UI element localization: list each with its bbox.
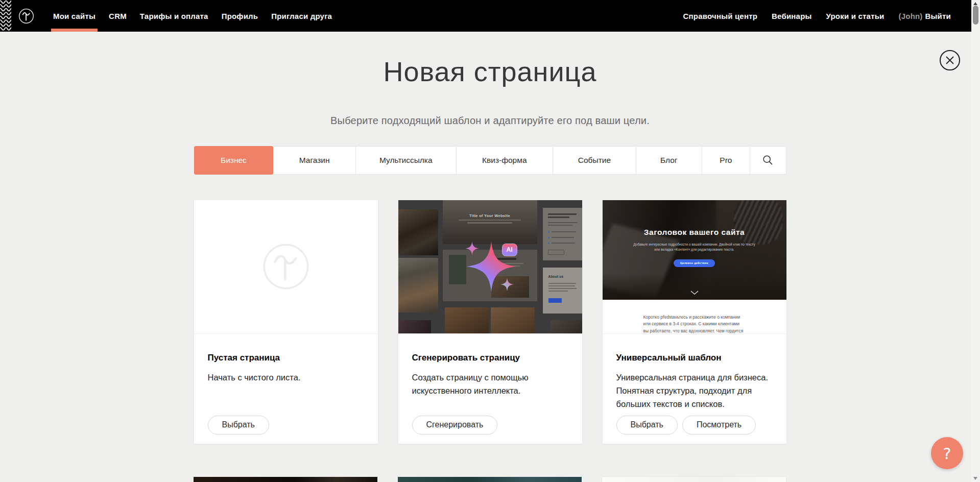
scroll-up-arrow-icon[interactable]	[973, 2, 977, 5]
nav-item-logout[interactable]: (John) Выйти	[892, 0, 958, 32]
text-line	[459, 220, 521, 221]
top-navbar: Мои сайты CRM Тарифы и оплата Профиль Пр…	[0, 0, 971, 32]
tab-blog[interactable]: Блог	[636, 146, 702, 175]
select-blank-button[interactable]: Выбрать	[208, 416, 269, 435]
page-title: Новая страница	[0, 55, 980, 88]
new-page-dialog: Новая страница Выберите подходящий шабло…	[0, 32, 980, 444]
card-body: Универсальный шаблон Универсальная стран…	[603, 334, 786, 443]
tab-store[interactable]: Магазин	[273, 146, 356, 175]
hero-cta-button: Целевое действие	[674, 259, 715, 267]
tab-multilink[interactable]: Мультиссылка	[355, 146, 456, 175]
card-title: Сгенерировать страницу	[412, 334, 568, 363]
card-body: Сгенерировать страницу Создать страницу …	[398, 334, 582, 443]
text-line	[548, 216, 569, 218]
template-card-blank[interactable]: Пустая страница Начать с чистого листа. …	[194, 200, 378, 444]
collage-photo-desk	[398, 209, 438, 255]
tab-label: Бизнес	[221, 156, 247, 165]
nav-item-my-sites[interactable]: Мои сайты	[46, 0, 102, 32]
view-universal-button[interactable]: Посмотреть	[682, 416, 756, 435]
hero-subtitle: Добавьте интересные подробности о вашей …	[631, 242, 758, 252]
text-line	[548, 225, 572, 226]
tilda-logo[interactable]	[18, 8, 34, 24]
tab-label: Pro	[720, 156, 732, 165]
next-template-preview[interactable]	[602, 477, 786, 482]
close-button[interactable]	[939, 50, 961, 71]
secondary-menu: Справочный центр Вебинары Уроки и статьи…	[676, 0, 971, 32]
collage-hero-tile: Title of Your Website	[443, 200, 537, 244]
nav-item-label: Уроки и статьи	[826, 12, 885, 20]
nav-item-help-center[interactable]: Справочный центр	[676, 0, 765, 32]
preview-text-section: Коротко představьтесь и расскажите о ком…	[603, 300, 786, 334]
next-template-preview[interactable]	[194, 477, 377, 482]
hero-content: Заголовок вашего сайта Добавьте интересн…	[603, 200, 786, 300]
sparkle-small-icon	[500, 278, 514, 291]
tab-quiz-form[interactable]: Квиз-форма	[456, 146, 554, 175]
close-icon	[939, 50, 961, 71]
scroll-down-arrow-icon[interactable]	[973, 477, 977, 480]
hero-title: Заголовок вашего сайта	[603, 228, 786, 237]
text-line	[552, 231, 576, 232]
card-actions: Выбрать Посмотреть	[616, 416, 756, 435]
tab-business[interactable]: Бизнес	[194, 146, 274, 175]
nav-item-tariffs[interactable]: Тарифы и оплата	[133, 0, 215, 32]
user-name: (John)	[899, 12, 923, 20]
select-universal-button[interactable]: Выбрать	[616, 416, 678, 435]
text-line	[548, 283, 576, 284]
bullet-dot	[548, 243, 549, 244]
universal-preview: Заголовок вашего сайта Добавьте интересн…	[603, 200, 786, 334]
collage-small-photo	[449, 255, 466, 284]
generate-button[interactable]: Сгенерировать	[412, 416, 498, 435]
text-line	[467, 222, 512, 224]
nav-item-profile[interactable]: Профиль	[215, 0, 265, 32]
tab-event[interactable]: Событие	[553, 146, 636, 175]
help-button[interactable]: ?	[931, 437, 963, 469]
scrollbar[interactable]	[971, 0, 980, 482]
template-card-universal[interactable]: Заголовок вашего сайта Добавьте интересн…	[603, 200, 786, 444]
tab-pro[interactable]: Pro	[702, 146, 750, 175]
card-description: Создать страницу с помощью искусственног…	[412, 371, 568, 397]
text-line	[548, 285, 575, 286]
scrollbar-thumb[interactable]	[973, 6, 978, 25]
card-actions: Сгенерировать	[412, 416, 498, 435]
help-question-icon: ?	[943, 444, 951, 463]
preview-paragraph: Коротко představьтесь и расскажите о ком…	[643, 314, 746, 334]
tab-label: Мультиссылка	[379, 156, 433, 165]
nav-item-lessons[interactable]: Уроки и статьи	[819, 0, 892, 32]
ai-badge: AI	[502, 244, 517, 256]
collage-photo-meeting	[398, 320, 431, 334]
page-subtitle: Выберите подходящий шаблон и адаптируйте…	[0, 115, 980, 127]
nav-item-label: Тарифы и оплата	[140, 12, 208, 20]
nav-item-label: Мои сайты	[53, 12, 95, 20]
preview-hero-section: Заголовок вашего сайта Добавьте интересн…	[603, 200, 786, 300]
text-line	[548, 213, 577, 215]
collage-small-photo	[445, 307, 489, 334]
active-nav-underline	[51, 29, 98, 32]
nav-item-crm[interactable]: CRM	[102, 0, 133, 32]
template-cards: Пустая страница Начать с чистого листа. …	[194, 200, 786, 444]
tab-search[interactable]	[750, 146, 786, 175]
chevron-down-icon	[690, 291, 699, 295]
card-description: Универсальная страница для бизнеса. Поня…	[616, 371, 773, 411]
card-actions: Выбрать	[208, 416, 269, 435]
main-menu: Мои сайты CRM Тарифы и оплата Профиль Пр…	[46, 0, 339, 32]
tilda-watermark-icon	[261, 242, 310, 291]
blank-preview	[194, 200, 378, 334]
card-description: Начать с чистого листа.	[208, 371, 364, 384]
nav-item-webinars[interactable]: Вебинары	[764, 0, 819, 32]
template-card-ai[interactable]: Title of Your Website	[398, 200, 582, 444]
collage-hero-title: Title of Your Website	[443, 213, 537, 218]
bullet-dot	[548, 237, 549, 238]
text-line	[552, 243, 575, 244]
collage-about-tile: About us	[543, 268, 582, 314]
ai-preview-collage: Title of Your Website	[398, 200, 582, 334]
collage-photos-tile	[443, 307, 537, 334]
nav-item-label: CRM	[109, 12, 127, 20]
nav-item-label: Профиль	[222, 12, 258, 20]
next-template-preview[interactable]	[398, 477, 582, 482]
collage-small-photo	[491, 307, 535, 334]
next-row-previews	[194, 477, 786, 482]
nav-item-label: Вебинары	[772, 12, 811, 20]
logout-label: Выйти	[925, 12, 951, 20]
nav-item-invite-friend[interactable]: Пригласи друга	[265, 0, 339, 32]
card-title: Универсальный шаблон	[616, 334, 773, 363]
